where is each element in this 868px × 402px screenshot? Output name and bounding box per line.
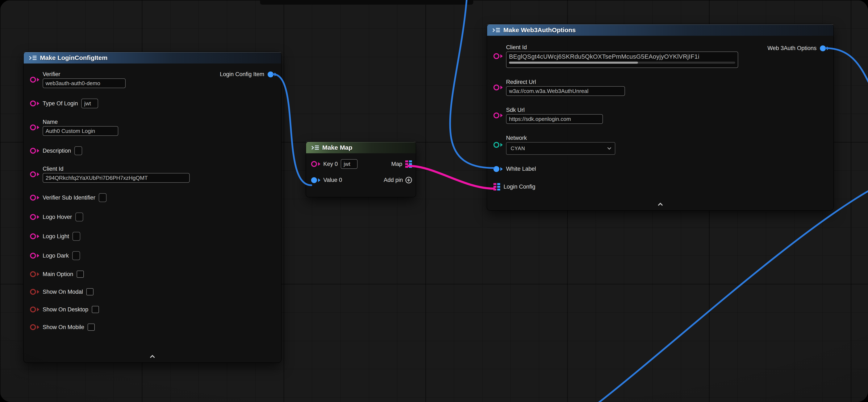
node-title: Make Map	[322, 144, 352, 151]
chevron-up-icon	[150, 355, 155, 360]
redirect-url-input[interactable]: w3a://com.w3a.Web3AuthUnreal	[506, 86, 625, 96]
make-struct-icon	[492, 27, 500, 33]
blueprint-graph-canvas[interactable]: Make LoginConfigItem Verifier web3auth-a…	[0, 0, 868, 402]
pin-row-description: Description	[30, 146, 276, 155]
string-pin-icon[interactable]	[30, 148, 39, 154]
sdk-url-input[interactable]: https://sdk.openlogin.com	[506, 114, 603, 124]
pin-row-login-config: Login Config	[493, 183, 828, 191]
pin-label: Logo Light	[43, 233, 69, 240]
chevron-up-icon	[658, 202, 663, 207]
network-dropdown[interactable]: CYAN	[506, 142, 615, 155]
add-pin-button[interactable]: Add pin	[383, 177, 412, 183]
pin-label: Show On Mobile	[43, 324, 84, 331]
pin-label: Logo Hover	[43, 214, 72, 220]
pin-row-logo-hover: Logo Hover	[30, 212, 276, 221]
pin-label: Login Config	[503, 183, 535, 190]
add-pin-label: Add pin	[383, 177, 403, 183]
type-of-login-input[interactable]: jwt	[81, 98, 98, 108]
pin-row-logo-light: Logo Light	[30, 232, 276, 241]
offscreen-node-edge[interactable]	[260, 0, 473, 5]
pin-row-key0: Key 0 jwt Map	[311, 159, 412, 169]
pin-label: Client Id	[43, 166, 190, 172]
node-header[interactable]: Make Map	[306, 142, 416, 153]
object-pin-icon[interactable]	[311, 177, 320, 183]
key0-input[interactable]: jwt	[341, 159, 358, 169]
description-input[interactable]	[74, 146, 82, 155]
string-pin-icon[interactable]	[311, 161, 320, 167]
node-make-web3authoptions[interactable]: Make Web3AuthOptions Client Id BEglQSgt4…	[487, 24, 833, 210]
pin-label: Sdk Url	[506, 107, 603, 113]
logo-hover-input[interactable]	[75, 212, 83, 221]
plus-circle-icon	[405, 177, 412, 183]
pin-label: Logo Dark	[43, 253, 69, 259]
pin-label: Show On Modal	[43, 289, 83, 295]
string-pin-icon[interactable]	[493, 53, 503, 59]
node-title: Make Web3AuthOptions	[503, 27, 576, 34]
string-pin-icon[interactable]	[30, 124, 39, 131]
string-pin-icon[interactable]	[30, 253, 39, 259]
pin-row-client-id: Client Id 294QRkchfq2YaXUbPri7D6PH7xzHgQ…	[30, 166, 276, 183]
client-id-input[interactable]: 294QRkchfq2YaXUbPri7D6PH7xzHgQMT	[43, 173, 190, 183]
string-pin-icon[interactable]	[493, 85, 503, 90]
pin-label: Client Id	[506, 44, 738, 51]
pin-row-network: Network CYAN	[493, 135, 828, 155]
show-on-modal-checkbox[interactable]	[86, 288, 93, 295]
pin-label: Verifier Sub Identifier	[43, 195, 95, 201]
logo-dark-input[interactable]	[72, 251, 80, 260]
node-header[interactable]: Make LoginConfigItem	[24, 52, 281, 63]
verifier-sub-identifier-input[interactable]	[99, 193, 106, 202]
pin-label: Redirect Url	[506, 79, 625, 85]
string-pin-icon[interactable]	[493, 113, 503, 118]
client-id-value: BEglQSgt4cUWcj6SKRdu5QkOXTsePmMcusG5EAoy…	[509, 53, 735, 60]
verifier-input[interactable]: web3auth-auth0-demo	[43, 79, 126, 88]
collapse-node-button[interactable]	[487, 203, 833, 207]
node-title: Make LoginConfigItem	[40, 54, 107, 61]
pin-row-verifier-sub-identifier: Verifier Sub Identifier	[30, 193, 276, 202]
wire-bottom-right-diagonal[interactable]	[598, 191, 868, 402]
pin-row-value0: Value 0 Add pin	[311, 177, 412, 183]
pin-label: Key 0	[323, 161, 338, 167]
input-scrollbar[interactable]	[509, 62, 735, 64]
main-option-checkbox[interactable]	[77, 270, 84, 278]
string-pin-icon[interactable]	[30, 171, 39, 177]
node-make-map[interactable]: Make Map Key 0 jwt Map Value 0	[306, 142, 416, 197]
pin-label: Description	[43, 148, 71, 154]
string-pin-icon[interactable]	[30, 77, 39, 83]
pin-label: Main Option	[43, 271, 73, 278]
pin-row-type-of-login: Type Of Login jwt	[30, 98, 276, 108]
bool-pin-icon[interactable]	[30, 271, 39, 277]
object-pin-icon[interactable]	[493, 166, 503, 172]
pin-row-show-on-desktop: Show On Desktop	[30, 306, 276, 313]
make-map-icon	[311, 145, 319, 150]
wire-map-to-login-config[interactable]	[408, 166, 494, 189]
logo-light-input[interactable]	[72, 232, 80, 241]
pin-row-redirect-url: Redirect Url w3a://com.w3a.Web3AuthUnrea…	[493, 79, 828, 96]
collapse-node-button[interactable]	[24, 355, 281, 359]
string-pin-icon[interactable]	[30, 214, 39, 220]
string-pin-icon[interactable]	[30, 100, 39, 106]
scrollbar-thumb[interactable]	[509, 62, 638, 64]
node-header[interactable]: Make Web3AuthOptions	[487, 24, 833, 36]
output-pin-label: Map	[391, 161, 402, 167]
pin-label: Value 0	[323, 177, 342, 183]
chevron-down-icon	[607, 146, 611, 149]
pin-label: Type Of Login	[43, 100, 78, 107]
string-pin-icon[interactable]	[30, 233, 39, 239]
pin-label: White Label	[506, 166, 536, 172]
pin-row-white-label: White Label	[493, 166, 828, 172]
output-row-login-config-item: Login Config Item	[220, 71, 277, 78]
string-pin-icon[interactable]	[30, 195, 39, 201]
node-make-loginconfigitem[interactable]: Make LoginConfigItem Verifier web3auth-a…	[24, 52, 281, 363]
client-id-input[interactable]: BEglQSgt4cUWcj6SKRdu5QkOXTsePmMcusG5EAoy…	[506, 52, 738, 68]
enum-pin-icon[interactable]	[493, 142, 503, 148]
pin-row-show-on-mobile: Show On Mobile	[30, 323, 276, 331]
pin-row-main-option: Main Option	[30, 270, 276, 278]
bool-pin-icon[interactable]	[30, 324, 39, 330]
pin-label: Network	[506, 135, 615, 141]
show-on-desktop-checkbox[interactable]	[92, 306, 99, 313]
show-on-mobile-checkbox[interactable]	[88, 323, 95, 331]
name-input[interactable]: Auth0 Custom Login	[43, 126, 118, 136]
bool-pin-icon[interactable]	[30, 307, 39, 312]
output-pin-label: Web 3Auth Options	[767, 45, 816, 52]
bool-pin-icon[interactable]	[30, 289, 39, 295]
